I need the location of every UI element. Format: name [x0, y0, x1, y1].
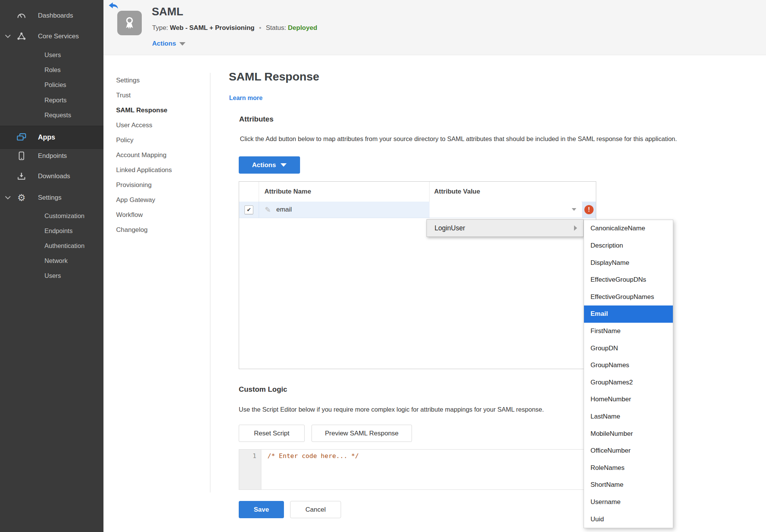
tab-account-mapping[interactable]: Account Mapping	[103, 148, 210, 163]
tab-workflow[interactable]: Workflow	[103, 207, 210, 222]
menu-option-officenumber[interactable]: OfficeNumber	[584, 442, 673, 460]
sidebar-item-users[interactable]: Users	[0, 49, 103, 61]
gauge-icon	[16, 10, 27, 21]
tab-trust[interactable]: Trust	[103, 88, 210, 103]
menu-option-shortname[interactable]: ShortName	[584, 476, 673, 494]
checkbox-column-header	[239, 182, 259, 202]
award-icon	[122, 15, 137, 31]
sidebar-item-apps[interactable]: Apps	[0, 126, 103, 149]
save-button[interactable]: Save	[239, 501, 284, 518]
table-header: Attribute Name Attribute Value	[239, 182, 596, 202]
tab-user-access[interactable]: User Access	[103, 118, 210, 133]
row-checkbox-cell: ✔	[239, 202, 259, 218]
loginuser-menu-item[interactable]: LoginUser	[426, 219, 584, 237]
table-row: ✔ ✎ email !	[239, 202, 596, 218]
chevron-down-icon	[280, 163, 287, 167]
attribute-value-header: Attribute Value	[430, 182, 596, 202]
sidebar-item-settings[interactable]: ⚙ Settings	[0, 191, 103, 204]
editor-code-area[interactable]: /* Enter code here... */	[261, 450, 596, 492]
learn-more-link[interactable]: Learn more	[229, 95, 262, 102]
tab-saml-response[interactable]: SAML Response	[103, 103, 210, 118]
subnav-divider	[210, 73, 210, 493]
menu-option-effectivegroupnames[interactable]: EffectiveGroupNames	[584, 288, 673, 305]
sidebar-item-label: Apps	[38, 133, 55, 141]
custom-logic-heading: Custom Logic	[239, 385, 287, 394]
attributes-table: Attribute Name Attribute Value ✔ ✎ email…	[239, 181, 596, 369]
app-logo	[117, 11, 142, 35]
sidebar-item-core-services[interactable]: Core Services	[0, 30, 103, 43]
attribute-name-value: email	[276, 206, 292, 213]
edit-pencil-icon[interactable]: ✎	[265, 205, 271, 214]
tab-policy[interactable]: Policy	[103, 133, 210, 148]
chevron-down-icon[interactable]	[5, 194, 11, 202]
editor-gutter: 1	[239, 450, 261, 489]
menu-option-displayname[interactable]: DisplayName	[584, 254, 673, 271]
sidebar-item-network[interactable]: Network	[0, 255, 103, 266]
chevron-right-icon	[574, 225, 577, 231]
cancel-button[interactable]: Cancel	[290, 501, 341, 518]
reset-script-button[interactable]: Reset Script	[239, 425, 305, 442]
chevron-down-icon[interactable]	[5, 33, 11, 40]
sidebar: Dashboards Core Services Users Roles Pol…	[0, 0, 103, 532]
menu-option-lastname[interactable]: LastName	[584, 408, 673, 425]
apps-icon	[16, 132, 27, 143]
sidebar-item-downloads[interactable]: Downloads	[0, 170, 103, 183]
preview-saml-response-button[interactable]: Preview SAML Response	[312, 425, 412, 442]
menu-option-rolenames[interactable]: RoleNames	[584, 460, 673, 477]
menu-option-mobilenumber[interactable]: MobileNumber	[584, 425, 673, 442]
script-editor: 1 /* Enter code here... */	[239, 449, 596, 490]
back-arrow-icon[interactable]	[108, 2, 118, 12]
sidebar-item-authentication[interactable]: Authentication	[0, 240, 103, 251]
sidebar-item-endpoints[interactable]: Endpoints	[0, 149, 103, 163]
error-icon: !	[584, 205, 594, 214]
sidebar-item-users-settings[interactable]: Users	[0, 270, 103, 281]
attributes-heading: Attributes	[239, 115, 274, 123]
sidebar-item-label: Dashboards	[38, 12, 73, 20]
loginuser-submenu: CanonicalizeName Description DisplayName…	[584, 220, 673, 528]
menu-option-groupnames[interactable]: GroupNames	[584, 357, 673, 374]
page-title: SAML	[152, 5, 183, 18]
menu-option-effectivegroupdns[interactable]: EffectiveGroupDNs	[584, 271, 673, 289]
menu-option-homenumber[interactable]: HomeNumber	[584, 391, 673, 408]
core-services-icon	[16, 31, 27, 42]
tab-app-gateway[interactable]: App Gateway	[103, 192, 210, 207]
app-header: SAML Type: Web - SAML + Provisioning • S…	[103, 0, 766, 55]
chevron-down-icon	[572, 208, 576, 211]
download-icon	[16, 171, 27, 182]
header-actions-menu[interactable]: Actions	[152, 40, 185, 48]
custom-logic-description: Use the Script Editor below if you requi…	[239, 406, 544, 413]
sidebar-item-reports[interactable]: Reports	[0, 94, 103, 106]
menu-option-email[interactable]: Email	[584, 305, 673, 323]
menu-option-description[interactable]: Description	[584, 237, 673, 255]
separator: •	[259, 24, 261, 31]
app-subnav: Settings Trust SAML Response User Access…	[103, 73, 210, 237]
attribute-name-header: Attribute Name	[259, 182, 430, 202]
menu-option-firstname[interactable]: FirstName	[584, 323, 673, 340]
sidebar-item-dashboards[interactable]: Dashboards	[0, 9, 103, 22]
menu-option-groupdn[interactable]: GroupDN	[584, 340, 673, 357]
section-title: SAML Response	[229, 70, 319, 83]
actions-button[interactable]: Actions	[239, 156, 300, 174]
tab-linked-applications[interactable]: Linked Applications	[103, 163, 210, 177]
status-badge: Deployed	[288, 24, 317, 31]
sidebar-item-policies[interactable]: Policies	[0, 79, 103, 90]
row-checkbox[interactable]: ✔	[244, 205, 253, 214]
tab-changelog[interactable]: Changelog	[103, 222, 210, 237]
menu-option-username[interactable]: Username	[584, 494, 673, 511]
sidebar-item-requests[interactable]: Requests	[0, 109, 103, 121]
app-window: Dashboards Core Services Users Roles Pol…	[0, 0, 766, 532]
attributes-description: Click the Add button below to map attrib…	[240, 135, 677, 143]
tab-settings[interactable]: Settings	[103, 73, 210, 88]
menu-option-canonicalizename[interactable]: CanonicalizeName	[584, 220, 673, 237]
menu-option-uuid[interactable]: Uuid	[584, 511, 673, 528]
tab-provisioning[interactable]: Provisioning	[103, 177, 210, 192]
type-label: Type:	[152, 24, 168, 31]
sidebar-item-endpoints-settings[interactable]: Endpoints	[0, 225, 103, 236]
attribute-value-dropdown[interactable]	[430, 202, 582, 218]
sidebar-item-customization[interactable]: Customization	[0, 210, 103, 222]
chevron-down-icon	[179, 42, 185, 46]
sidebar-item-roles[interactable]: Roles	[0, 64, 103, 76]
menu-option-groupnames2[interactable]: GroupNames2	[584, 374, 673, 391]
line-number: 1	[253, 452, 256, 460]
phone-icon	[16, 151, 27, 161]
